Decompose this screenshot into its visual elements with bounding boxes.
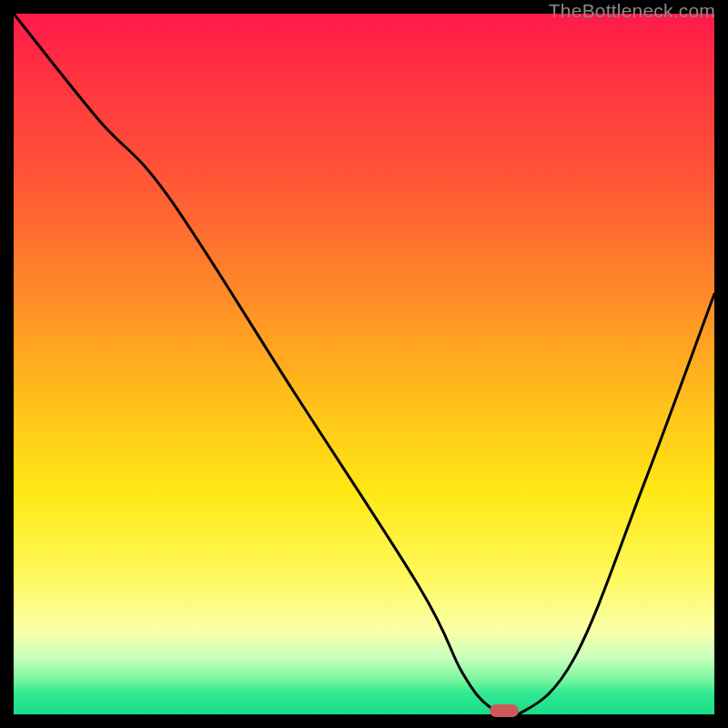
chart-frame: TheBottleneck.com xyxy=(0,0,728,728)
optimal-marker xyxy=(490,704,519,717)
watermark: TheBottleneck.com xyxy=(549,0,715,22)
bottleneck-curve xyxy=(14,14,714,714)
plot-area xyxy=(14,14,714,714)
